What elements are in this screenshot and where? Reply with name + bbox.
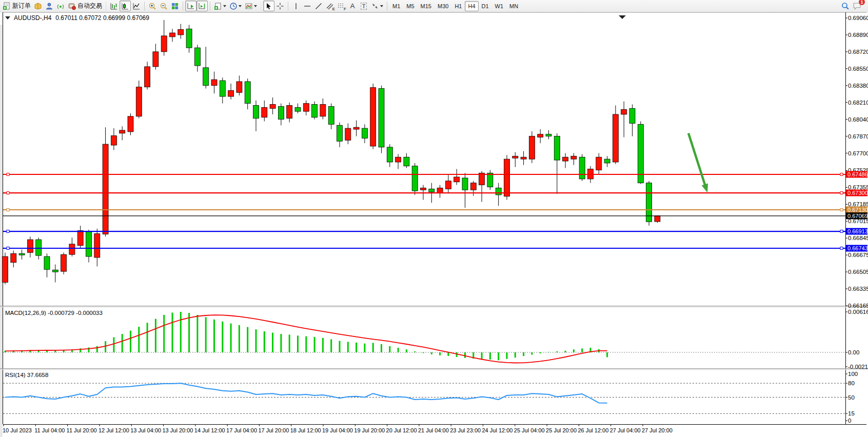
hline-anchor-left[interactable] [7,192,9,194]
auto-trading-button[interactable]: 自动交易 [66,1,104,11]
periods-dropdown-caret[interactable] [239,5,242,7]
signals-button[interactable] [55,1,66,11]
pane-splitter-2[interactable] [0,368,868,369]
hline-anchor-left[interactable] [7,173,9,176]
line-chart-button[interactable] [131,1,142,11]
annotation-arrow-line[interactable] [688,133,706,188]
community-button[interactable] [44,1,55,11]
trading-terminal-window: 新订单 自动交易 [0,0,868,437]
chart-shift-marker[interactable] [619,15,626,19]
time-tick-label: 27 Jul 04:00 [610,427,641,433]
candle-body [153,52,159,67]
time-tick-label: 25 Jul 20:00 [546,427,577,433]
hline-anchor-right[interactable] [840,192,843,194]
templates-button[interactable] [243,1,259,11]
hline-anchor-left[interactable] [7,230,9,233]
equidistant-channel-tool[interactable]: E [324,1,336,11]
fibonacci-tool[interactable]: F [336,1,347,11]
vertical-line-tool[interactable] [290,1,302,11]
templates-dropdown-caret[interactable] [254,5,257,7]
candle-body [328,106,334,124]
candle-body [396,157,401,162]
chart-title-collapse-icon[interactable] [5,16,10,19]
candle-body [295,107,301,111]
chart-window: 0.690600.688900.687200.685500.683800.682… [0,12,868,437]
bar-chart-button[interactable] [108,1,120,11]
pane-splitter-1[interactable] [0,306,868,306]
chart-canvas[interactable]: 0.690600.688900.687200.685500.683800.682… [0,12,868,437]
zoom-out-button[interactable] [158,1,169,11]
periods-button[interactable] [228,1,243,11]
trendline-tool[interactable] [313,1,324,11]
crosshair-icon [276,2,284,10]
candle-body [69,244,75,254]
new-order-button[interactable]: 新订单 [1,1,32,11]
crosshair-button[interactable] [274,1,286,11]
candle-body [596,157,602,170]
line-chart-icon [132,2,141,10]
candlestick-chart-button[interactable] [120,1,131,11]
time-tick-label: 19 Jul 04:00 [322,427,353,433]
hline-anchor-left[interactable] [7,208,9,211]
price-badge-label: 0.66913 [847,228,868,234]
candle-body [337,125,343,141]
time-tick-label: 17 Jul 04:00 [226,427,257,433]
macd-indicator-label: MACD(12,26,9) -0.000729 -0.000033 [5,310,103,316]
toolbar-drag-handle[interactable] [105,2,107,11]
price-tick-label: 0.66165 [848,303,868,309]
auto-scroll-button[interactable] [185,1,196,11]
hline-anchor-right[interactable] [840,230,843,233]
chart-shift-icon [198,2,206,10]
arrows-tool-icon [371,2,379,10]
candle-body [604,159,610,163]
candle-body [245,82,250,104]
new-chart-button[interactable] [212,1,228,11]
timeframe-button-H4[interactable]: H4 [465,1,478,11]
arrows-tool[interactable] [369,1,385,11]
candle-body [412,166,418,191]
timeframe-button-W1[interactable]: W1 [492,1,507,11]
candle-body [103,144,108,234]
market-button[interactable] [32,1,44,11]
time-tick-label: 11 Jul 20:00 [67,427,97,433]
toolbar-drag-handle-2[interactable] [260,2,262,11]
arrows-dropdown-caret[interactable] [380,5,383,7]
hline-anchor-right[interactable] [840,247,843,249]
hline-anchor-left[interactable] [7,247,9,249]
timeframe-button-M15[interactable]: M15 [418,1,435,11]
timeframe-button-H1[interactable]: H1 [451,1,465,11]
horizontal-line-tool[interactable] [302,1,313,11]
cursor-button[interactable] [263,1,274,11]
hline-anchor-right[interactable] [840,208,843,211]
price-tick-label: 0.66675 [848,252,868,258]
annotation-arrow-head[interactable] [702,184,708,193]
candle-body [437,188,443,193]
candle-body [521,157,526,159]
text-tool[interactable]: A [347,1,358,11]
time-tick-label: 17 Jul 20:00 [258,427,289,433]
new-chart-dropdown-caret[interactable] [223,5,226,7]
zoom-out-icon [160,2,168,10]
candle-body [613,114,618,162]
notifications-button[interactable]: 1 [851,1,863,11]
candle-body [77,231,83,246]
timeframe-button-M1[interactable]: M1 [389,1,403,11]
trendline-icon [314,2,323,10]
symbol-period-label: AUDUSD-,H4 [14,14,51,22]
time-tick-label: 13 Jul 04:00 [130,427,161,433]
chart-shift-button[interactable] [196,1,208,11]
search-button[interactable] [839,1,851,11]
timeframe-button-MN[interactable]: MN [506,1,521,11]
candle-body [203,68,209,86]
candle-body [379,89,384,147]
timeframe-button-M5[interactable]: M5 [403,1,417,11]
hline-anchor-right[interactable] [840,173,843,176]
zoom-in-button[interactable] [147,1,158,11]
new-order-label: 新订单 [12,2,31,10]
candle-body [353,127,359,129]
timeframe-button-D1[interactable]: D1 [479,1,492,11]
text-label-tool[interactable]: T [358,1,369,11]
candle-body [312,105,318,117]
tile-windows-button[interactable] [169,1,181,11]
timeframe-button-M30[interactable]: M30 [435,1,451,11]
